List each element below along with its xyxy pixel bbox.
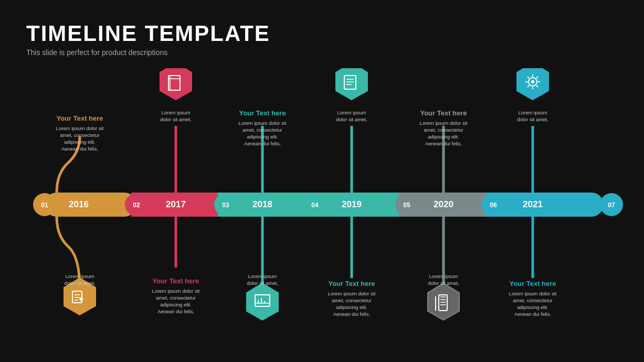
svg-text:06: 06 xyxy=(490,201,497,209)
svg-text:dolor sit amet,: dolor sit amet, xyxy=(160,116,192,122)
svg-text:Lorem ipsum: Lorem ipsum xyxy=(337,110,366,115)
svg-text:dolor sit amet,: dolor sit amet, xyxy=(336,116,367,122)
svg-text:02: 02 xyxy=(133,201,140,209)
svg-text:Aenean  dui felis,: Aenean dui felis, xyxy=(61,146,98,152)
svg-text:Your  Text here: Your Text here xyxy=(509,280,556,288)
svg-text:Lorem ipsum dolor sit: Lorem ipsum dolor sit xyxy=(509,291,557,296)
slide-subtitle: This slide is perfect for product descri… xyxy=(26,48,618,57)
svg-text:2019: 2019 xyxy=(342,199,362,209)
svg-text:Aenean  dui felis,: Aenean dui felis, xyxy=(244,141,281,146)
svg-text:adipiscing  elit.: adipiscing elit. xyxy=(64,139,96,145)
svg-text:dolor sit amet,: dolor sit amet, xyxy=(64,280,96,286)
svg-text:2016: 2016 xyxy=(69,199,89,209)
svg-text:Lorem ipsum dolor sit: Lorem ipsum dolor sit xyxy=(328,291,376,296)
svg-text:Lorem ipsum dolor sit: Lorem ipsum dolor sit xyxy=(56,125,104,131)
svg-text:amet, consectetur: amet, consectetur xyxy=(156,295,196,301)
svg-text:amet, consectetur: amet, consectetur xyxy=(242,127,282,133)
svg-marker-58 xyxy=(336,68,367,100)
svg-text:Your  Text here: Your Text here xyxy=(152,277,199,285)
svg-text:Your  Text here: Your Text here xyxy=(328,280,375,288)
svg-text:03: 03 xyxy=(222,201,229,209)
svg-text:adipiscing  elit.: adipiscing elit. xyxy=(247,134,278,140)
svg-text:05: 05 xyxy=(403,201,410,209)
svg-text:Your  Text here: Your Text here xyxy=(239,109,286,117)
svg-text:adipiscing  elit.: adipiscing elit. xyxy=(428,134,459,140)
svg-text:Lorem ipsum: Lorem ipsum xyxy=(66,273,94,279)
svg-text:Lorem ipsum dolor sit: Lorem ipsum dolor sit xyxy=(420,120,468,126)
svg-text:adipiscing  elit.: adipiscing elit. xyxy=(336,304,367,310)
svg-text:2017: 2017 xyxy=(166,199,186,209)
svg-text:Your  Text here: Your Text here xyxy=(420,109,467,117)
svg-text:amet, consectetur: amet, consectetur xyxy=(332,297,372,303)
svg-marker-90 xyxy=(517,68,548,100)
svg-text:adipiscing  elit.: adipiscing elit. xyxy=(160,302,192,307)
svg-text:Aenean  dui felis,: Aenean dui felis, xyxy=(333,311,370,317)
svg-text:2018: 2018 xyxy=(252,199,272,209)
svg-marker-28 xyxy=(160,68,192,100)
slide: TIMELINE TEMPLATE This slide is perfect … xyxy=(0,0,644,362)
timeline-svg: 01 2016 Your Text here Lorem ipsum dolor… xyxy=(16,68,628,325)
svg-text:07: 07 xyxy=(608,201,615,209)
svg-text:dolor sit amet,: dolor sit amet, xyxy=(517,116,548,122)
svg-marker-47 xyxy=(247,283,278,320)
svg-text:Lorem ipsum: Lorem ipsum xyxy=(519,110,547,115)
svg-point-92 xyxy=(531,80,534,83)
svg-text:Lorem ipsum: Lorem ipsum xyxy=(248,273,277,279)
svg-text:Your  Text here: Your Text here xyxy=(56,114,103,122)
svg-text:dolor sit amet,: dolor sit amet, xyxy=(428,280,459,286)
svg-text:dolor sit amet,: dolor sit amet, xyxy=(247,280,278,286)
svg-text:Lorem ipsum dolor sit: Lorem ipsum dolor sit xyxy=(152,288,200,294)
svg-text:01: 01 xyxy=(41,201,48,209)
header: TIMELINE TEMPLATE This slide is perfect … xyxy=(26,21,618,57)
svg-text:amet, consectetur: amet, consectetur xyxy=(513,297,553,303)
svg-text:amet, consectetur: amet, consectetur xyxy=(424,127,463,133)
svg-text:Lorem ipsum: Lorem ipsum xyxy=(162,110,191,115)
svg-text:2021: 2021 xyxy=(523,199,543,209)
svg-text:Aenean  dui felis,: Aenean dui felis, xyxy=(157,308,194,314)
svg-text:Lorem ipsum: Lorem ipsum xyxy=(429,273,458,279)
svg-text:amet, consectetur: amet, consectetur xyxy=(60,132,100,138)
svg-text:2020: 2020 xyxy=(434,199,453,209)
svg-text:Aenean  dui felis,: Aenean dui felis, xyxy=(514,311,551,317)
svg-rect-0 xyxy=(45,193,136,217)
svg-text:04: 04 xyxy=(311,201,319,209)
svg-text:Lorem ipsum dolor sit: Lorem ipsum dolor sit xyxy=(239,120,287,126)
svg-marker-78 xyxy=(428,283,459,320)
svg-text:Aenean  dui felis,: Aenean dui felis, xyxy=(425,141,462,146)
slide-title: TIMELINE TEMPLATE xyxy=(26,21,618,46)
svg-text:adipiscing  elit.: adipiscing elit. xyxy=(517,304,548,310)
